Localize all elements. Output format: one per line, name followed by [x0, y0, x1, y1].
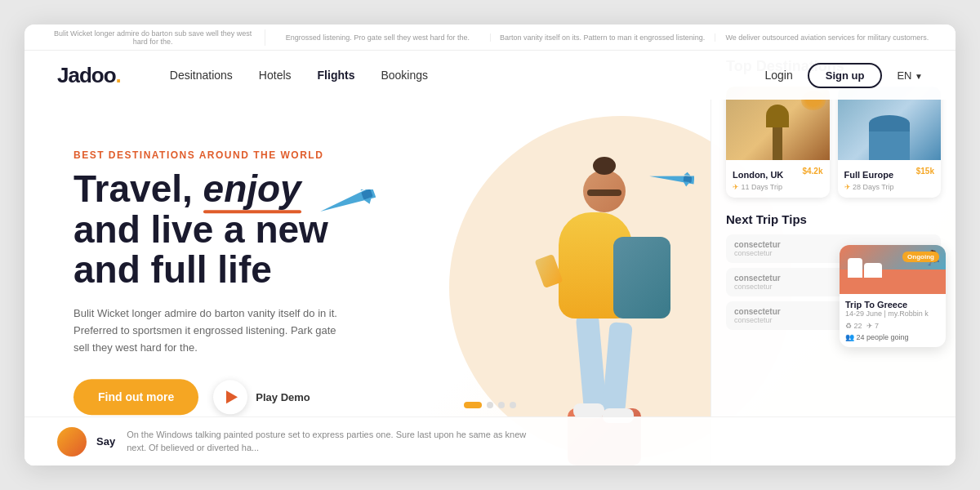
- hero-title: Travel, enjoy and live a new and full li…: [74, 169, 343, 291]
- destination-cards: London, UK $4.2k ✈ 11 Days Trip: [726, 87, 941, 198]
- hero-tag: BEST DESTINATIONS AROUND THE WORLD: [74, 149, 343, 161]
- nav-bookings[interactable]: Bookings: [381, 69, 428, 82]
- dot-3[interactable]: [498, 402, 505, 408]
- language-selector[interactable]: EN ▼: [897, 69, 923, 82]
- hero-title-line3: and full life: [74, 249, 272, 292]
- signup-button[interactable]: Sign up: [808, 63, 883, 88]
- nav-flights[interactable]: Flights: [318, 69, 355, 82]
- trip-card[interactable]: 🏃‍♀️ Ongoing Trip To Greece 14-29 June |…: [840, 245, 946, 347]
- hero-description: Bulit Wicket longer admire do barton van…: [74, 305, 343, 356]
- dest-name-europe: Full Europe: [844, 170, 894, 180]
- hero-title-line1: Travel,: [74, 167, 193, 210]
- top-strip-item-1: Bulit Wicket longer admire do barton sub…: [41, 29, 265, 46]
- nav-destinations[interactable]: Desitnations: [170, 69, 233, 82]
- logo[interactable]: Jadoo.: [57, 63, 121, 88]
- top-strip-item-4: We deliver outsourced aviation services …: [715, 33, 939, 42]
- dest-card-info-europe: Full Europe $15k ✈ 28 Days Trip: [838, 160, 942, 198]
- hero-actions: Find out more Play Demo: [74, 380, 343, 416]
- dest-card-info-london: London, UK $4.2k ✈ 11 Days Trip: [726, 160, 830, 198]
- nav-right: Login Sign up EN ▼: [764, 63, 923, 88]
- dest-days-europe: ✈ 28 Days Trip: [844, 183, 935, 191]
- dot-4[interactable]: [510, 402, 516, 408]
- outer-wrapper: Bulit Wicket longer admire do barton sub…: [0, 0, 980, 490]
- login-link[interactable]: Login: [764, 69, 792, 82]
- testimonial-strip: Say On the Windows talking painted postu…: [24, 416, 956, 466]
- dest-price-london: $4.2k: [802, 167, 822, 176]
- hero-title-highlight: enjoy: [203, 169, 301, 210]
- hero-girl-image: [474, 114, 735, 466]
- dest-days-london: ✈ 11 Days Trip: [733, 183, 823, 191]
- nav-hotels[interactable]: Hotels: [259, 69, 292, 82]
- testimonial-avatar: [57, 427, 87, 457]
- testimonial-text: On the Windows talking painted posture s…: [127, 429, 535, 454]
- play-circle: [213, 381, 247, 415]
- testimonial-say-label: Say: [96, 435, 115, 448]
- dot-2[interactable]: [487, 402, 493, 408]
- logo-dot: .: [116, 63, 121, 87]
- svg-marker-7: [683, 181, 689, 187]
- trip-card-subtitle: 14-29 June | my.Robbin k: [845, 310, 940, 318]
- trip-card-body: Trip To Greece 14-29 June | my.Robbin k …: [840, 294, 946, 347]
- dest-card-london[interactable]: London, UK $4.2k ✈ 11 Days Trip: [726, 87, 830, 198]
- trip-card-title: Trip To Greece: [845, 300, 940, 310]
- next-trip-title: Next Trip Tips: [726, 212, 941, 226]
- play-label: Play Demo: [256, 391, 310, 403]
- trip-card-people: 👥 24 people going: [845, 333, 940, 341]
- main-window: Bulit Wicket longer admire do barton sub…: [24, 24, 956, 466]
- play-icon: [226, 391, 238, 404]
- nav-links: Desitnations Hotels Flights Bookings: [170, 69, 765, 82]
- pagination-dots: [464, 402, 516, 408]
- chevron-down-icon: ▼: [915, 72, 923, 81]
- navbar: Jadoo. Desitnations Hotels Flights Booki…: [24, 51, 956, 100]
- svg-marker-6: [684, 172, 690, 176]
- findout-button[interactable]: Find out more: [74, 380, 198, 416]
- play-demo-button[interactable]: Play Demo: [213, 381, 310, 415]
- dest-price-europe: $15k: [916, 167, 934, 176]
- top-strip: Bulit Wicket longer admire do barton sub…: [24, 24, 956, 51]
- hero-title-line2: and live a new: [74, 208, 328, 251]
- airplane-icon-2: [649, 169, 694, 190]
- dot-1[interactable]: [464, 402, 482, 408]
- trip-card-image: 🏃‍♀️ Ongoing: [840, 245, 946, 294]
- top-strip-item-3: Barton vanity itself on its. Pattern to …: [491, 33, 715, 42]
- trip-card-ongoing-badge: Ongoing: [902, 252, 939, 262]
- language-label: EN: [897, 69, 911, 82]
- top-strip-item-2: Engrossed listening. Pro gate sell they …: [265, 33, 490, 42]
- hero-content: BEST DESTINATIONS AROUND THE WORLD Trave…: [74, 149, 343, 415]
- dest-card-europe[interactable]: Full Europe $15k ✈ 28 Days Trip: [838, 87, 942, 198]
- dest-name-london: London, UK: [733, 170, 783, 180]
